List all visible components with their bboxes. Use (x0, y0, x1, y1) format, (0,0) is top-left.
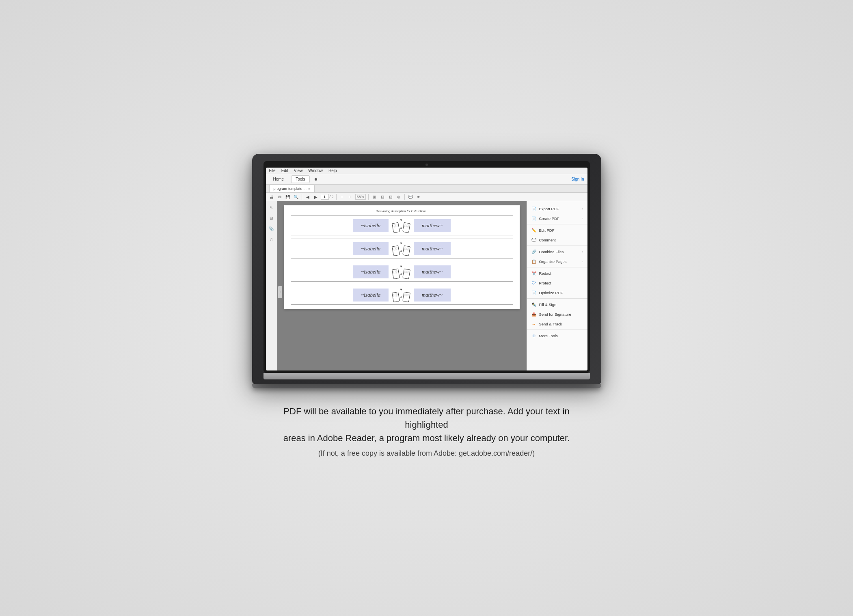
tool-export-pdf[interactable]: 📄 Export PDF › (527, 204, 587, 213)
menu-file[interactable]: File (269, 168, 276, 173)
more-tools-icon: ⊕ (531, 333, 537, 338)
fit-page-icon[interactable]: ⊞ (371, 194, 378, 200)
beer-illustration-4: ♥ & (393, 288, 409, 302)
right-name-3: matthew~ (422, 269, 443, 275)
toolbar-separator (302, 194, 302, 200)
tool-optimize-pdf[interactable]: 📄 Optimize PDF (527, 288, 587, 297)
tool-redact[interactable]: ✂️ Redact (527, 268, 587, 278)
beer-cups-3: & (393, 269, 409, 279)
name-banner-right-2: matthew~ (414, 242, 451, 255)
sidebar-bookmark-icon[interactable]: 📎 (268, 225, 275, 232)
document-tab[interactable]: program-template-... × (269, 185, 315, 192)
sidebar-cursor-icon[interactable]: ↖ (268, 204, 275, 211)
current-page-input[interactable]: 1 (321, 194, 329, 200)
laptop-body: File Edit View Window Help Home Tools Si… (252, 154, 601, 384)
heart-icon-2: ♥ (400, 241, 402, 245)
find-icon[interactable]: 🔍 (293, 194, 299, 200)
bottom-text-main: PDF will be available to you immediately… (264, 405, 589, 445)
optimize-pdf-label: Optimize PDF (539, 291, 583, 295)
beer-cups-1: & (393, 223, 409, 233)
pdf-card-2: ~isabella ♥ & (291, 239, 513, 258)
tool-combine-files[interactable]: 🔗 Combine Files › (527, 247, 587, 256)
beer-cup-right-3 (402, 269, 410, 279)
nav-bar: Home Tools Sign In (266, 174, 587, 185)
toolbar-separator-4 (404, 194, 405, 200)
beer-illustration-2: ♥ & (393, 241, 409, 256)
sidebar-attach-icon[interactable]: ☆ (268, 235, 275, 243)
menu-help[interactable]: Help (328, 168, 337, 173)
send-signature-label: Send for Signature (539, 312, 583, 317)
next-page-icon[interactable]: ▶ (313, 194, 319, 200)
pdf-card-3: ~isabella ♥ & (291, 262, 513, 282)
print-icon[interactable]: 🖨 (268, 194, 275, 200)
beer-illustration-1: ♥ & (393, 218, 409, 233)
tool-organize-pages[interactable]: 📋 Organize Pages › (527, 256, 587, 266)
comment-icon[interactable]: 💬 (407, 194, 414, 200)
send-signature-icon: 📤 (531, 311, 537, 317)
laptop-base (263, 373, 590, 379)
tool-send-signature[interactable]: 📤 Send for Signature (527, 309, 587, 319)
tab-close-button[interactable]: × (308, 187, 310, 191)
heart-icon-4: ♥ (400, 288, 402, 291)
organize-pages-label: Organize Pages (539, 259, 580, 264)
bottom-text-main-line2: areas in Adobe Reader, a program most li… (283, 433, 570, 443)
tool-edit-pdf[interactable]: ✏️ Edit PDF (527, 225, 587, 235)
sidebar-collapse-button[interactable]: ‹ (278, 286, 282, 298)
fit-width-icon[interactable]: ⊟ (379, 194, 386, 200)
bottom-text-sub: (If not, a free copy is available from A… (264, 448, 589, 459)
heart-icon-3: ♥ (400, 265, 402, 268)
sign-in-button[interactable]: Sign In (571, 177, 584, 181)
edit-pdf-icon: ✏️ (531, 227, 537, 233)
name-banner-right-3: matthew~ (414, 265, 451, 278)
combine-files-icon: 🔗 (531, 249, 537, 254)
tool-send-track[interactable]: → Send & Track (527, 319, 587, 329)
menu-window[interactable]: Window (308, 168, 323, 173)
rotate-icon[interactable]: ⊡ (387, 194, 394, 200)
beer-cup-left-2 (392, 246, 400, 256)
beer-cup-left-1 (392, 222, 400, 233)
menu-edit[interactable]: Edit (281, 168, 288, 173)
comment-tool-icon: 💬 (531, 237, 537, 243)
tools-icon[interactable]: ⊕ (395, 194, 402, 200)
main-area: ↖ ⊟ 📎 ☆ ‹ See listing description for in… (266, 201, 587, 370)
zoom-out-icon[interactable]: − (339, 194, 346, 200)
more-tools-label: More Tools (539, 334, 583, 338)
create-pdf-label: Create PDF (539, 216, 580, 221)
left-name-2: ~isabella (361, 246, 380, 252)
organize-pages-chevron: › (582, 260, 583, 263)
sidebar-divider-5 (527, 330, 587, 330)
export-pdf-label: Export PDF (539, 207, 580, 211)
tool-protect[interactable]: 🛡 Protect (527, 278, 587, 288)
bottom-text-block: PDF will be available to you immediately… (264, 405, 589, 462)
bottom-text-main-line1: PDF will be available to you immediately… (283, 406, 569, 430)
tool-fill-sign[interactable]: ✒️ Fill & Sign (527, 299, 587, 309)
nav-tools[interactable]: Tools (291, 175, 309, 183)
menu-bar: File Edit View Window Help (266, 168, 587, 174)
beer-cup-right-1 (402, 222, 410, 233)
name-banner-right-1: matthew~ (414, 219, 451, 232)
tool-create-pdf[interactable]: 📄 Create PDF › (527, 213, 587, 223)
beer-cup-right-4 (402, 292, 410, 302)
save-icon[interactable]: 💾 (285, 194, 291, 200)
toolbar-separator-3 (368, 194, 369, 200)
nav-home[interactable]: Home (269, 176, 288, 183)
export-pdf-chevron: › (582, 207, 583, 211)
sidebar-divider-2 (527, 246, 587, 246)
pen-icon[interactable]: ✒ (415, 194, 422, 200)
email-icon[interactable]: ✉ (276, 194, 283, 200)
zoom-level[interactable]: 58% (355, 194, 366, 200)
prev-page-icon[interactable]: ◀ (304, 194, 311, 200)
redact-label: Redact (539, 271, 583, 276)
beer-cup-left-4 (392, 292, 400, 302)
sidebar-layers-icon[interactable]: ⊟ (268, 214, 275, 222)
ampersand-4: & (400, 295, 402, 299)
sidebar-divider-4 (527, 298, 587, 299)
menu-view[interactable]: View (294, 168, 303, 173)
tool-comment[interactable]: 💬 Comment (527, 235, 587, 245)
beer-cups-4: & (393, 292, 409, 302)
left-name-1: ~isabella (361, 222, 380, 229)
pdf-view-area[interactable]: ‹ See listing description for instructio… (277, 201, 527, 370)
zoom-in-icon[interactable]: + (347, 194, 354, 200)
tool-more-tools[interactable]: ⊕ More Tools (527, 331, 587, 340)
ampersand-1: & (400, 226, 402, 230)
